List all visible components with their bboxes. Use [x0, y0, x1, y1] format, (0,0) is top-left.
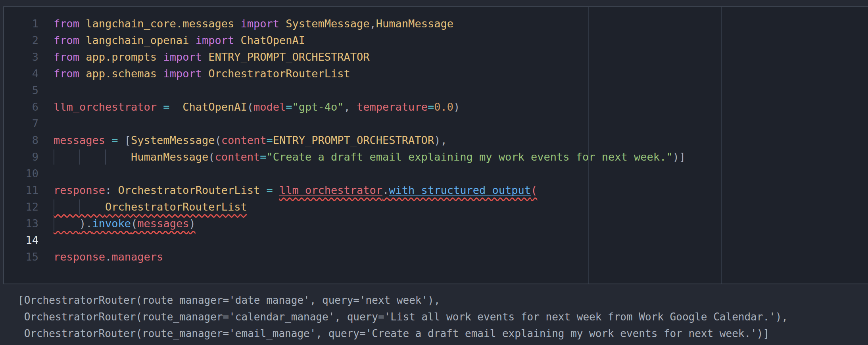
code-token — [79, 34, 86, 46]
code-token — [157, 51, 163, 63]
line-number: 4 — [4, 65, 50, 82]
code-line[interactable]: 1from langchain_core.messages import Sys… — [4, 15, 868, 32]
code-token: ChatOpenAI — [182, 101, 247, 113]
code-line[interactable]: 3from app.prompts import ENTRY_PROMPT_OR… — [4, 49, 868, 65]
code-token: = — [111, 134, 118, 146]
error-squiggle: OrchestratorRouterList — [54, 201, 247, 213]
code-token: OrchestratorRouterList — [118, 184, 260, 196]
code-token — [54, 217, 79, 230]
code-token: response — [54, 184, 105, 196]
code-token: model — [253, 101, 286, 113]
code-token: from — [54, 51, 79, 63]
code-line[interactable]: 12 OrchestratorRouterList — [4, 199, 868, 215]
code-token: HumanMessage — [131, 151, 208, 163]
code-line[interactable]: 9 HumanMessage(content="Create a draft e… — [4, 149, 868, 165]
code-token: ENTRY_PROMPT_ORCHESTRATOR — [273, 134, 434, 146]
code-token: SystemMessage — [286, 17, 369, 30]
line-number: 8 — [4, 132, 50, 149]
code-token: response — [54, 251, 105, 263]
code-text: HumanMessage(content="Create a draft ema… — [54, 149, 686, 165]
code-line[interactable]: 11response: OrchestratorRouterList = llm… — [4, 182, 868, 199]
code-token: OrchestratorRouterList — [208, 67, 350, 80]
code-token: . — [105, 251, 111, 263]
code-text: from langchain_openai import ChatOpenAI — [54, 32, 305, 49]
code-text: llm_orchestrator = ChatOpenAI(model="gpt… — [54, 99, 460, 115]
code-token — [79, 51, 86, 63]
code-line[interactable]: 7 — [4, 115, 868, 132]
code-token: 0.0 — [434, 101, 453, 113]
line-number: 5 — [4, 82, 50, 99]
code-token: messages — [54, 134, 105, 146]
code-token: ( — [247, 101, 253, 113]
code-token: content — [221, 134, 267, 146]
output-line: OrchestratorRouter(route_manager='email_… — [18, 325, 788, 342]
code-token: SystemMessage — [131, 134, 215, 146]
code-token: ( — [215, 134, 221, 146]
line-number: 14 — [4, 232, 50, 249]
indent-guide-line — [105, 150, 106, 165]
code-token — [202, 67, 208, 80]
code-token: ) — [189, 217, 195, 230]
code-line[interactable]: 8messages = [SystemMessage(content=ENTRY… — [4, 132, 868, 149]
code-token — [234, 34, 240, 46]
code-text: from app.schemas import OrchestratorRout… — [54, 65, 350, 82]
code-token: OrchestratorRouterList — [105, 201, 247, 213]
code-token — [105, 134, 111, 146]
code-token: ). — [79, 217, 92, 230]
code-token: "gpt-4o" — [292, 101, 344, 113]
code-line[interactable]: 10 — [4, 165, 868, 182]
line-number: 10 — [4, 165, 50, 182]
code-token: ( — [131, 217, 137, 230]
line-number: 11 — [4, 182, 50, 199]
code-cell[interactable]: 1from langchain_core.messages import Sys… — [3, 6, 868, 284]
code-token: content — [215, 151, 260, 163]
code-token — [54, 151, 131, 163]
code-token: from — [54, 17, 79, 30]
code-token: , — [370, 17, 376, 30]
line-number: 13 — [4, 215, 50, 232]
code-token — [170, 101, 183, 113]
code-line[interactable]: 4from app.schemas import OrchestratorRou… — [4, 65, 868, 82]
indent-guide-line — [54, 216, 54, 231]
code-token: langchain_openai — [86, 34, 189, 46]
code-token: ), — [434, 134, 447, 146]
code-token: invoke — [92, 217, 131, 230]
code-line[interactable]: 15response.managers — [4, 249, 868, 265]
code-line[interactable]: 14 — [4, 232, 868, 249]
code-line[interactable]: 2from langchain_openai import ChatOpenAI — [4, 32, 868, 49]
code-token: : — [105, 184, 118, 196]
code-token: llm_orchestrator — [279, 184, 382, 196]
code-token — [189, 34, 195, 46]
indent-guide-line — [54, 150, 54, 165]
code-token — [157, 101, 163, 113]
code-token: "Create a draft email explaining my work… — [266, 151, 672, 163]
code-token: = — [428, 101, 434, 113]
code-token: app.schemas — [86, 67, 157, 80]
code-text: from langchain_core.messages import Syst… — [54, 15, 453, 32]
code-token: ( — [208, 151, 215, 163]
code-token: [ — [118, 134, 131, 146]
code-token: ENTRY_PROMPT_ORCHESTRATOR — [208, 51, 369, 63]
code-token: = — [260, 151, 266, 163]
code-token: messages — [137, 217, 189, 230]
code-token — [234, 17, 240, 30]
cell-output: [OrchestratorRouter(route_manager='date_… — [18, 292, 788, 342]
line-number: 12 — [4, 199, 50, 215]
code-line[interactable]: 13 ).invoke(messages) — [4, 215, 868, 232]
code-text: OrchestratorRouterList — [54, 199, 247, 215]
line-number: 3 — [4, 49, 50, 65]
code-line[interactable]: 6llm_orchestrator = ChatOpenAI(model="gp… — [4, 99, 868, 115]
code-line[interactable]: 5 — [4, 82, 868, 99]
code-token — [260, 184, 266, 196]
line-number: 15 — [4, 249, 50, 265]
code-token: app.prompts — [86, 51, 157, 63]
output-line: [OrchestratorRouter(route_manager='date_… — [18, 292, 788, 309]
line-number: 9 — [4, 149, 50, 165]
code-token — [157, 67, 163, 80]
code-token: from — [54, 67, 79, 80]
line-number: 1 — [4, 15, 50, 32]
indent-guide-line — [79, 199, 80, 215]
code-text: response.managers — [54, 249, 163, 265]
error-squiggle: llm_orchestrator.with_structured_output( — [279, 184, 537, 196]
code-editor[interactable]: 1from langchain_core.messages import Sys… — [4, 7, 868, 265]
